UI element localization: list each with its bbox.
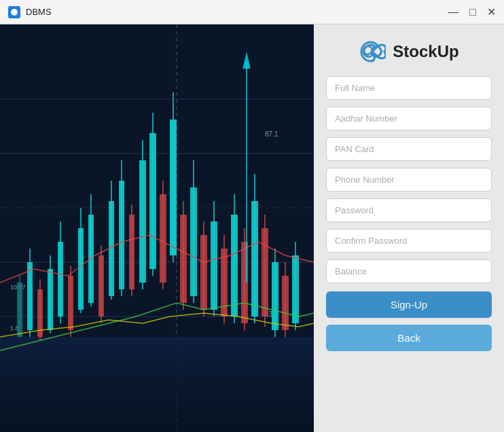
full-name-input[interactable]	[326, 76, 492, 100]
phone-number-input[interactable]	[326, 168, 492, 192]
svg-rect-13	[0, 337, 314, 432]
logo-text: StockUp	[393, 42, 458, 61]
stock-chart: 87.1 13.5 1.8 10.37	[0, 24, 314, 432]
close-button[interactable]: ✕	[487, 7, 496, 18]
svg-point-1	[11, 9, 18, 16]
main-content: 87.1 13.5 1.8 10.37	[0, 24, 504, 432]
title-bar-controls: — □ ✕	[448, 7, 496, 18]
pan-card-input[interactable]	[326, 137, 492, 161]
app-title: DBMS	[26, 7, 52, 17]
maximize-button[interactable]: □	[469, 7, 476, 18]
chart-panel: 87.1 13.5 1.8 10.37	[0, 24, 314, 432]
title-bar: DBMS — □ ✕	[0, 0, 504, 24]
form-panel: StockUp Sign-Up Back	[314, 24, 504, 432]
signup-button[interactable]: Sign-Up	[326, 291, 492, 318]
app-icon	[8, 6, 20, 18]
password-input[interactable]	[326, 198, 492, 222]
aadhar-input[interactable]	[326, 107, 492, 130]
back-button[interactable]: Back	[326, 325, 492, 351]
balance-input[interactable]	[326, 259, 492, 283]
confirm-password-input[interactable]	[326, 229, 492, 253]
stockup-logo-icon	[359, 38, 386, 65]
title-bar-left: DBMS	[8, 6, 52, 18]
minimize-button[interactable]: —	[448, 7, 458, 18]
logo-area: StockUp	[359, 38, 458, 65]
svg-text:87.1: 87.1	[265, 130, 278, 138]
